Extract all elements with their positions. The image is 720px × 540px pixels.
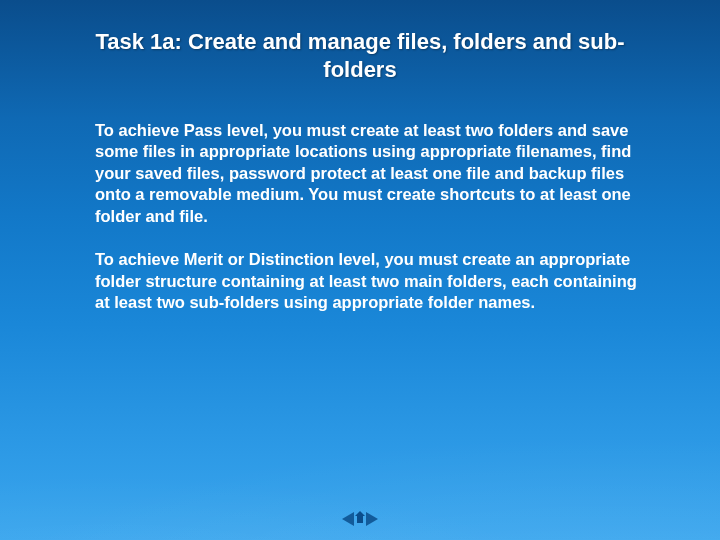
home-base-icon [357,516,363,523]
body-paragraph: To achieve Pass level, you must create a… [95,120,645,227]
background-streaks [0,320,720,540]
home-slide-icon[interactable] [355,514,365,524]
body-paragraph: To achieve Merit or Distinction level, y… [95,249,645,313]
slide-title: Task 1a: Create and manage files, folder… [65,28,655,83]
slide-body: To achieve Pass level, you must create a… [95,120,645,336]
slide: Task 1a: Create and manage files, folder… [0,0,720,540]
slide-nav [0,512,720,526]
prev-slide-icon[interactable] [342,512,354,526]
next-slide-icon[interactable] [366,512,378,526]
